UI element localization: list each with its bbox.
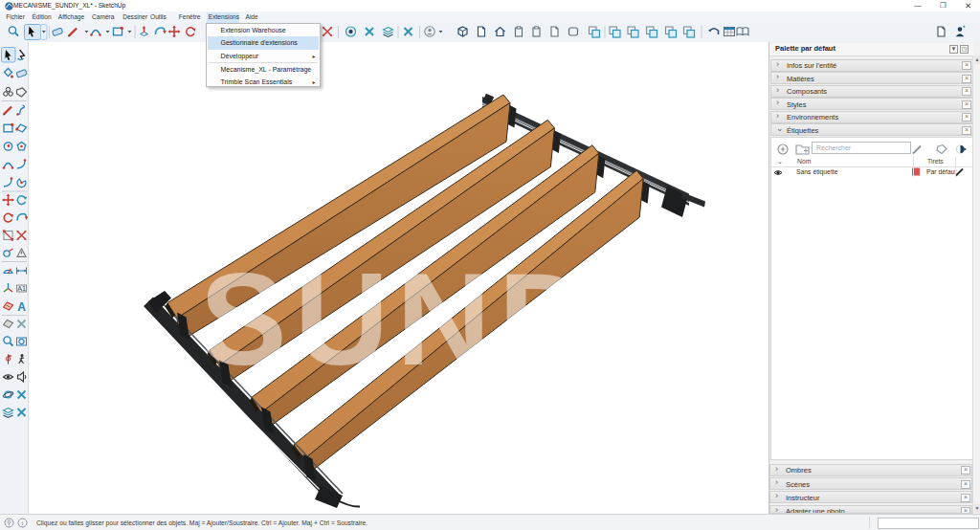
svg-text:A1: A1 <box>17 285 26 292</box>
svg-text:i: i <box>22 519 24 527</box>
svg-text:A: A <box>17 300 26 314</box>
